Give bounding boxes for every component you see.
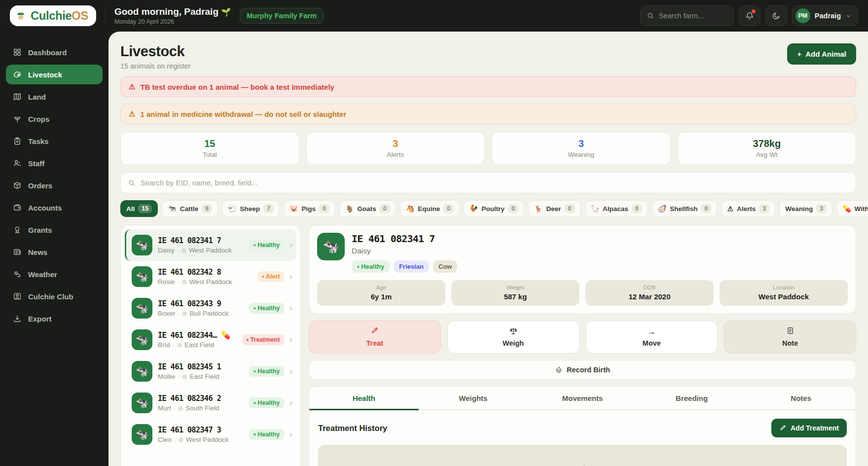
pin-icon: ◎ (179, 436, 183, 443)
sidebar-item-livestock[interactable]: Livestock (6, 65, 103, 84)
sidebar-item-label: Tasks (28, 137, 48, 145)
sidebar-item-land[interactable]: Land (6, 87, 103, 107)
cow-icon: 🐄 (132, 298, 152, 319)
farmer-logo-icon (15, 10, 27, 22)
sidebar-item-label: Livestock (28, 71, 62, 79)
global-search-input[interactable] (659, 12, 723, 20)
filter-chip-shellfish[interactable]: 🦪Shellfish0 (652, 200, 718, 217)
pill-icon: 💊 (842, 205, 851, 213)
pin-icon: ◎ (182, 373, 187, 380)
pin-icon: ◎ (179, 405, 183, 411)
sidebar-item-label: Land (28, 93, 46, 101)
status-badge: Healthy (249, 397, 284, 408)
global-search[interactable] (640, 5, 734, 26)
pin-icon: ◎ (182, 279, 187, 285)
sidebar-item-export[interactable]: Export (6, 309, 103, 328)
filter-chip-poultry[interactable]: 🐓Poultry0 (464, 200, 524, 217)
tb-alert-banner[interactable]: ⚠ TB test overdue on 1 animal — book a t… (120, 76, 856, 97)
filter-chip-deer[interactable]: 🦌Deer0 (528, 200, 580, 217)
sidebar: Dashboard Livestock Land Crops Tasks Sta… (0, 32, 108, 466)
rooster-icon: 🐓 (470, 205, 478, 213)
treat-button[interactable]: Treat (309, 321, 441, 354)
sidebar-item-staff[interactable]: Staff (6, 153, 103, 173)
stat-label: Total (126, 151, 294, 158)
animal-row-cleo[interactable]: 🐄 IE 461 082347 3 Cleo·◎West Paddock Hea… (125, 419, 296, 450)
sidebar-item-label: Grants (28, 226, 52, 234)
filter-chip-equine[interactable]: 🐴Equine0 (400, 200, 460, 217)
animal-row-daisy[interactable]: 🐄 IE 461 082341 7 Daisy·◎West Paddock He… (125, 229, 296, 261)
tab-weights[interactable]: Weights (419, 387, 528, 410)
sidebar-item-grants[interactable]: Grants (6, 220, 103, 240)
tab-notes[interactable]: Notes (746, 387, 856, 410)
stat-label: Alerts (312, 151, 480, 158)
add-treatment-button[interactable]: Add Treatment (771, 419, 847, 437)
tab-health[interactable]: Health (309, 387, 419, 410)
add-animal-button[interactable]: + Add Animal (787, 43, 856, 65)
sidebar-item-label: Crops (28, 115, 49, 123)
baby-face-icon (555, 366, 563, 374)
move-button[interactable]: → Move (586, 321, 718, 354)
animal-name: Boxer (158, 310, 175, 317)
animal-search[interactable] (120, 172, 856, 193)
user-menu[interactable]: PM Padraig (792, 5, 858, 26)
animal-row-boxer[interactable]: 🐄 IE 461 082343 9 Boxer·◎Bull Paddock He… (125, 292, 296, 324)
note-button[interactable]: Note (724, 321, 856, 354)
sidebar-item-dashboard[interactable]: Dashboard (6, 42, 103, 62)
status-badge: Alert (257, 271, 284, 282)
weigh-button[interactable]: Weigh (447, 321, 579, 354)
sidebar-item-culchie-club[interactable]: Culchie Club (6, 287, 103, 306)
sidebar-item-accounts[interactable]: Accounts (6, 198, 103, 217)
animal-search-input[interactable] (141, 179, 849, 187)
photo-icon (13, 292, 22, 301)
withdrawal-alert-banner[interactable]: ⚠ 1 animal in medicine withdrawal — do n… (120, 104, 856, 124)
sidebar-item-news[interactable]: News (6, 242, 103, 262)
dark-mode-toggle[interactable] (765, 5, 787, 26)
filter-chip-alerts[interactable]: ⚠Alerts3 (721, 200, 775, 217)
sidebar-item-crops[interactable]: Crops (6, 109, 103, 129)
chevron-right-icon: › (289, 366, 292, 376)
chevron-right-icon: › (289, 240, 292, 250)
breed-badge: Friesian (394, 260, 429, 273)
detail-eid: IE 461 082341 7 (352, 233, 457, 245)
detail-stat-weight: Weight 587 kg (451, 280, 579, 306)
warning-icon: ⚠ (129, 82, 135, 91)
warning-icon: ⚠ (129, 109, 135, 118)
dashboard-grid-icon (13, 48, 22, 57)
animal-row-rosie[interactable]: 🐄 IE 461 082342 8 Rosie·◎West Paddock Al… (125, 261, 296, 292)
animal-name: Daisy (158, 247, 175, 254)
filter-chip-cattle[interactable]: 🐄Cattle8 (162, 200, 218, 217)
detail-stat-location: Location West Paddock (720, 280, 848, 306)
farm-badge[interactable]: Murphy Family Farm (240, 8, 324, 24)
pin-icon: ◎ (181, 247, 186, 253)
animal-row-brid[interactable]: 🐄 IE 461 082344… 💊 Bríd·◎East Field Trea… (125, 324, 296, 356)
users-icon (13, 159, 22, 168)
status-badge: Healthy (249, 366, 284, 377)
sidebar-item-tasks[interactable]: Tasks (6, 131, 103, 151)
filter-chip-all[interactable]: All15 (120, 200, 158, 217)
chevron-right-icon: › (289, 335, 292, 345)
sidebar-item-orders[interactable]: Orders (6, 176, 103, 195)
tab-breeding[interactable]: Breeding (637, 387, 747, 410)
search-icon (128, 179, 136, 187)
filter-chip-withdrawal[interactable]: 💊Withdrawal1 (836, 200, 868, 217)
animal-row-murt[interactable]: 🐄 IE 461 082346 2 Murt·◎South Field Heal… (125, 387, 296, 419)
app-logo[interactable]: CulchieOS (10, 5, 96, 26)
sidebar-item-label: Culchie Club (28, 292, 73, 301)
sidebar-item-weather[interactable]: Weather (6, 264, 103, 284)
filter-chip-weaning[interactable]: Weaning3 (779, 200, 832, 217)
filter-chip-goats[interactable]: 🐐Goats0 (339, 200, 396, 217)
stat-label: Avg Wt (683, 151, 851, 158)
animal-location: West Paddock (186, 436, 229, 443)
filter-chip-pigs[interactable]: 🐷Pigs0 (284, 200, 335, 217)
detail-name: Daisy (352, 247, 457, 255)
search-icon (647, 12, 654, 20)
animal-eid: IE 461 082347 3 (158, 426, 244, 434)
filter-chip-alpacas[interactable]: 🦙Alpacas0 (585, 200, 648, 217)
tab-movements[interactable]: Movements (528, 387, 637, 410)
pin-icon: ◎ (177, 342, 182, 348)
notifications-button[interactable] (739, 5, 760, 26)
sidebar-item-label: Orders (28, 181, 52, 190)
animal-row-mollie[interactable]: 🐄 IE 461 082345 1 Mollie·◎East Field Hea… (125, 356, 296, 387)
filter-chip-sheep[interactable]: 🐑Sheep7 (222, 200, 280, 217)
record-birth-button[interactable]: Record Birth (309, 360, 856, 380)
